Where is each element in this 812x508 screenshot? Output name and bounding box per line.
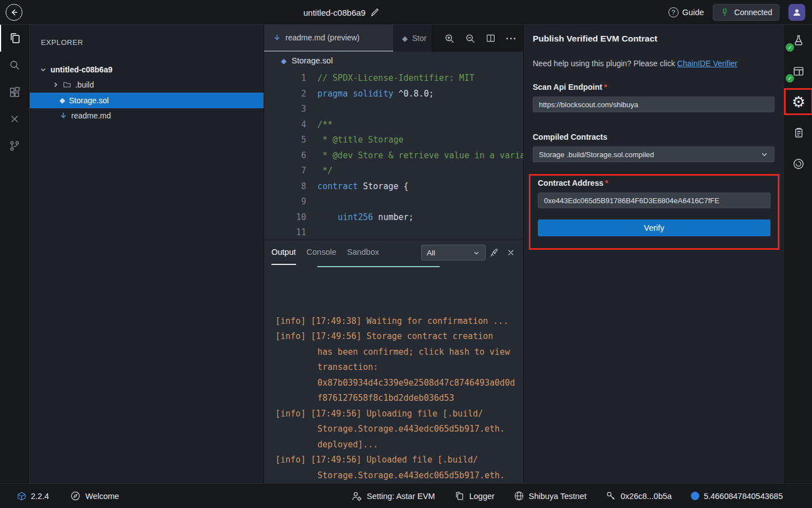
tree-item-readme-md[interactable]: readme.md	[30, 108, 264, 124]
question-icon: ?	[668, 7, 679, 17]
editor-area: readme.md (preview) ◆ Stor ··	[264, 25, 523, 483]
tree-item-root[interactable]: untitled-c08b6a9	[30, 62, 264, 77]
folder-icon	[63, 81, 71, 89]
welcome-button[interactable]: Welcome	[70, 491, 119, 501]
log-line: Storage.Storage.e443edc065d5b917.eth.	[275, 468, 523, 484]
user-avatar[interactable]	[788, 4, 805, 21]
log-line: [info] [17:49:56] Uploading file [.build…	[275, 406, 523, 422]
log-line: deployed]...	[275, 437, 523, 453]
logger-label: Logger	[469, 492, 495, 501]
required-asterisk: *	[605, 179, 608, 187]
chainide-app: untitled-c08b6a9 ? Guide Connected	[0, 0, 812, 508]
ai-plugin-button[interactable]	[784, 148, 812, 179]
back-button[interactable]	[6, 4, 22, 21]
zoom-in-icon[interactable]	[444, 33, 455, 44]
connected-icon	[720, 7, 730, 17]
tab-output[interactable]: Output	[271, 240, 296, 265]
explorer-panel: EXPLORER untitled-c08b6a9 .build	[30, 25, 264, 483]
tree-item-storage-sol[interactable]: ◆ Storage.sol	[30, 93, 264, 108]
tab-storage-sol[interactable]: ◆ Stor	[393, 25, 432, 52]
chevron-down-icon	[760, 150, 768, 158]
plugin-help-text: Need help using this plugin? Please clic…	[533, 59, 774, 68]
notes-plugin-button[interactable]	[784, 117, 812, 148]
more-actions-icon[interactable]: ···	[506, 34, 517, 43]
output-log[interactable]: [info] [17:49:38] Waiting for confirmati…	[264, 265, 523, 483]
tab-readme-preview[interactable]: readme.md (preview)	[264, 25, 393, 52]
compiled-contracts-value: Storage .build/Storage.sol.compiled	[539, 150, 654, 159]
code-line: 3	[264, 102, 523, 117]
tree-item-label: untitled-c08b6a9	[50, 65, 112, 74]
verify-button[interactable]: Verify	[538, 219, 771, 236]
check-badge: ✓	[786, 43, 794, 52]
chainide-verifier-link[interactable]: ChainIDE Verifier	[677, 59, 737, 68]
code-line: 4/**	[264, 117, 523, 133]
code-line: 10 uint256 number;	[264, 210, 523, 226]
template-plugin-button[interactable]: ✓	[784, 56, 812, 86]
git-branch-icon	[8, 140, 21, 152]
log-line: [info] [17:49:38] Waiting for confirmati…	[275, 314, 523, 329]
explorer-activity-button[interactable]	[0, 25, 29, 52]
editor-file-header: ◆ Storage.sol	[264, 52, 523, 70]
check-badge: ✓	[786, 74, 794, 83]
wallet-address[interactable]: 0x26c8...0b5a	[606, 491, 672, 501]
activity-bar-left	[0, 25, 30, 483]
connected-button[interactable]: Connected	[713, 4, 779, 21]
version-indicator: 2.2.4	[17, 491, 49, 501]
extensions-activity-button[interactable]	[0, 79, 29, 106]
tree-item-label: .build	[75, 80, 94, 89]
network-indicator[interactable]: Shibuya Testnet	[514, 491, 587, 501]
tree-item-label: Storage.sol	[69, 96, 109, 105]
close-output-icon[interactable]	[506, 248, 515, 257]
deploy-plugin-button[interactable]: ✓	[784, 25, 812, 56]
template-icon	[792, 65, 805, 77]
file-tree: untitled-c08b6a9 .build ◆ Storage.sol	[30, 62, 264, 123]
log-filter-select[interactable]: All	[421, 245, 486, 260]
code-line: 6 * @dev Store & retrieve value in a var…	[264, 148, 523, 164]
clipped-log-link	[317, 266, 440, 267]
code-editor[interactable]: 1// SPDX-License-Identifier: MIT2pragma …	[264, 70, 523, 240]
logger-button[interactable]: Logger	[454, 491, 495, 501]
zoom-out-icon[interactable]	[465, 33, 476, 44]
activity-bar-right: ✓ ✓ ⚙	[783, 25, 812, 483]
highlight-box-contract-address: Contract Address* Verify	[529, 174, 779, 250]
network-label: Shibuya Testnet	[529, 492, 587, 501]
tree-item-build-folder[interactable]: .build	[30, 77, 264, 93]
extensions-icon	[8, 86, 21, 98]
flask-icon	[792, 34, 805, 47]
guide-button[interactable]: ? Guide	[668, 7, 704, 17]
code-line: 9	[264, 194, 523, 210]
setting-label: Setting: Astar EVM	[367, 492, 435, 501]
chevron-down-icon	[473, 249, 480, 257]
verifier-plugin-button[interactable]: ⚙	[784, 86, 812, 117]
code-line: 7 */	[264, 163, 523, 179]
tab-label: Stor	[412, 34, 427, 43]
ai-swirl-icon	[792, 158, 805, 170]
back-arrow-icon	[10, 8, 19, 17]
edit-title-icon[interactable]	[371, 8, 379, 17]
user-icon	[792, 7, 802, 17]
tab-sandbox[interactable]: Sandbox	[347, 240, 379, 265]
scan-api-label: Scan Api Endpoint*	[533, 83, 774, 91]
git-activity-button[interactable]	[0, 132, 29, 159]
split-editor-icon[interactable]	[486, 33, 496, 43]
tab-console[interactable]: Console	[307, 240, 336, 265]
guide-label: Guide	[682, 8, 704, 17]
copy-icon	[454, 491, 465, 501]
setting-button[interactable]: Setting: Astar EVM	[351, 491, 435, 502]
close-panel-activity-button[interactable]	[0, 106, 29, 132]
main-area: EXPLORER untitled-c08b6a9 .build	[0, 25, 812, 483]
compiled-contracts-label: Compiled Contracts	[533, 132, 774, 141]
log-line: f876127658f8c1bd2ddeb036d53	[275, 391, 523, 406]
clear-output-icon[interactable]	[490, 248, 499, 258]
compiled-contracts-select[interactable]: Storage .build/Storage.sol.compiled	[533, 147, 774, 162]
version-label: 2.2.4	[31, 492, 49, 501]
search-activity-button[interactable]	[0, 52, 29, 79]
contract-address-input[interactable]	[538, 193, 771, 208]
balance-indicator[interactable]: 5.4660847840543685	[691, 492, 783, 501]
scan-api-input[interactable]	[533, 97, 774, 112]
token-icon	[691, 492, 699, 500]
log-line: Storage.Storage.e443edc065d5b917.eth.	[275, 422, 523, 437]
editor-tabbar: readme.md (preview) ◆ Stor ··	[264, 25, 523, 52]
files-icon	[8, 31, 22, 45]
connected-label: Connected	[734, 8, 772, 17]
